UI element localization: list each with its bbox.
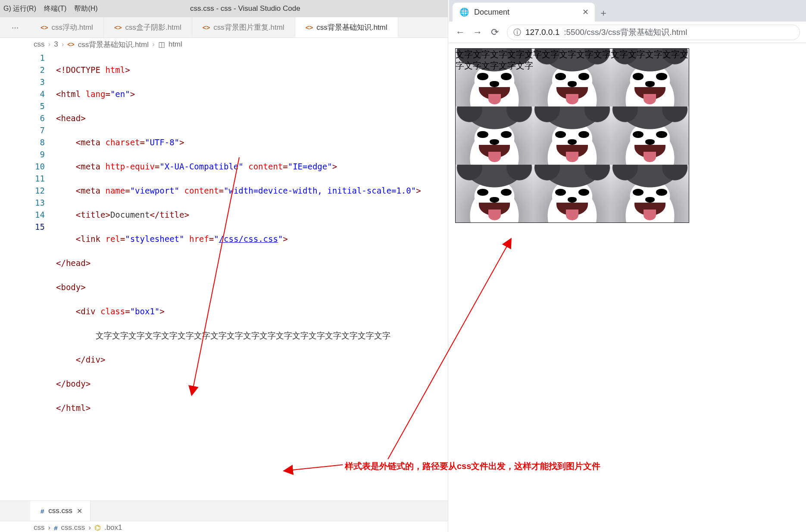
menu-terminal[interactable]: 终端(T) [44, 4, 66, 13]
box1-text: 文字文字文字文字文字文字文字文字文字文字文字文字文字文字文字文字文字文字 [456, 49, 689, 71]
box1-preview: 文字文字文字文字文字文字文字文字文字文字文字文字文字文字文字文字文字文字 [455, 48, 689, 223]
menu-help[interactable]: 帮助(H) [74, 4, 97, 13]
tab-css-bg-basics[interactable]: <> css背景基础知识.html [295, 17, 398, 38]
annotation-text: 样式表是外链式的，路径要从css文件出发，这样才能找到图片文件 [345, 460, 600, 472]
tab-label: css背景基础知识.html [316, 22, 387, 32]
reload-button[interactable]: ⟳ [490, 27, 500, 38]
tab-label: css.css [48, 507, 72, 515]
browser-toolbar: ← → ⟳ ⓘ 127.0.0.1:5500/css/3/css背景基础知识.h… [449, 22, 806, 43]
bc-folder[interactable]: css [34, 40, 45, 49]
tab-title: Document [474, 8, 577, 17]
css-file-icon: # [41, 507, 44, 515]
tab-css-shadow[interactable]: <> css盒子阴影.html [104, 17, 192, 38]
chevron-right-icon: › [48, 40, 51, 49]
chevron-right-icon: › [88, 523, 91, 532]
code-body[interactable]: <!DOCTYPE html> <html lang="en"> <head> … [56, 52, 421, 438]
html-editor[interactable]: 1 2 3 4 5 6 7 8 9 10 11 12 13 14 15 <!DO… [0, 51, 448, 438]
url-host: 127.0.0.1 [525, 28, 559, 37]
vscode-menubar: G) 运行(R) 终端(T) 帮助(H) css.css - css - Vis… [0, 0, 448, 17]
menu-run[interactable]: 运行(R) [13, 4, 36, 13]
browser-tabstrip: 🌐 Document ✕ ＋ [449, 0, 806, 22]
bc-file[interactable]: css背景基础知识.html [78, 40, 149, 50]
tabs-overflow-icon[interactable]: ··· [0, 17, 30, 38]
chevron-right-icon: › [152, 40, 155, 49]
close-icon[interactable]: ✕ [582, 7, 589, 17]
bc-symbol[interactable]: html [169, 40, 182, 49]
chevron-right-icon: › [48, 523, 51, 532]
site-info-icon[interactable]: ⓘ [513, 27, 521, 38]
bc-folder[interactable]: 3 [54, 40, 58, 49]
page-viewport[interactable]: 文字文字文字文字文字文字文字文字文字文字文字文字文字文字文字文字文字文字 [449, 43, 806, 228]
bc-folder[interactable]: css [34, 523, 45, 532]
address-bar[interactable]: ⓘ 127.0.0.1:5500/css/3/css背景基础知识.html [507, 25, 800, 40]
tab-css-bg-repeat[interactable]: <> css背景图片重复.html [192, 17, 295, 38]
bc-symbol[interactable]: .box1 [104, 523, 122, 532]
tab-label: css浮动.html [52, 22, 93, 32]
html-file-icon: <> [203, 24, 210, 31]
editor-tabs: ··· <> css浮动.html <> css盒子阴影.html <> css… [0, 17, 448, 38]
new-tab-button[interactable]: ＋ [595, 4, 612, 22]
back-button[interactable]: ← [455, 27, 465, 38]
html-file-icon: <> [306, 24, 313, 31]
tab-label: css背景图片重复.html [213, 22, 284, 32]
browser-tab[interactable]: 🌐 Document ✕ [453, 3, 595, 22]
line-gutter: 1 2 3 4 5 6 7 8 9 10 11 12 13 14 15 [0, 52, 56, 438]
symbol-icon: ◫ [158, 40, 165, 49]
html-file-icon: <> [67, 41, 74, 48]
close-icon[interactable]: ✕ [77, 507, 82, 515]
css-file-icon: # [54, 524, 57, 532]
vscode-window: G) 运行(R) 终端(T) 帮助(H) css.css - css - Vis… [0, 0, 448, 532]
breadcrumb[interactable]: css › 3 › <> css背景基础知识.html › ◫ html [0, 38, 448, 51]
chevron-right-icon: › [62, 40, 64, 49]
url-path: :5500/css/3/css背景基础知识.html [564, 27, 687, 38]
editor-tabs-group2: # css.css ✕ [0, 501, 448, 521]
menu-fragment: G) [3, 5, 11, 13]
html-file-icon: <> [41, 24, 48, 31]
background-tiles [456, 49, 689, 222]
symbol-icon: ⌬ [94, 523, 101, 532]
breadcrumb[interactable]: css › # css.css › ⌬ .box1 [0, 521, 448, 532]
tab-css-float[interactable]: <> css浮动.html [30, 17, 104, 38]
window-title: css.css - css - Visual Studio Code [98, 4, 393, 13]
bc-file[interactable]: css.css [61, 523, 85, 532]
browser-window: 🌐 Document ✕ ＋ ← → ⟳ ⓘ 127.0.0.1:5500/cs… [449, 0, 806, 532]
html-file-icon: <> [114, 24, 122, 31]
tab-label: css盒子阴影.html [125, 22, 181, 32]
globe-icon: 🌐 [459, 7, 469, 17]
tab-css-css[interactable]: # css.css ✕ [30, 501, 91, 521]
forward-button[interactable]: → [472, 27, 483, 38]
